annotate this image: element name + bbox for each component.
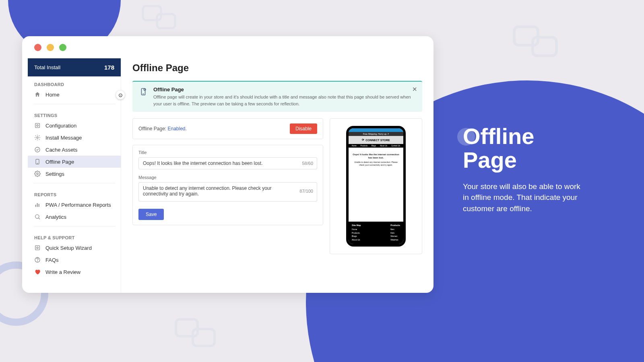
footer-link: Products [352,232,361,234]
nav-faqs[interactable]: FAQs [28,254,121,266]
slide-description: Offline Page Your store will also be abl… [463,125,588,214]
heart-icon [34,269,41,275]
chart-icon [34,202,41,208]
status-text: Offline Page: Enabled. [138,126,187,132]
settings-icon [34,171,41,177]
message-input[interactable] [138,182,317,202]
nav-offline-page[interactable]: Offline Page [28,156,121,168]
svg-rect-5 [193,329,215,346]
install-label: Total Install [34,64,60,70]
phone-offline-title: Oops! It looks like the internet connect… [352,153,400,159]
status-card: Offline Page: Enabled. Disable [132,118,323,139]
minimize-window-icon[interactable] [47,44,54,51]
svg-rect-14 [37,203,38,207]
nav-label: Offline Page [45,159,74,165]
message-label: Message [138,175,317,180]
nav-label: Write a Review [45,269,80,275]
title-char-count: 58/60 [302,161,313,166]
status-value: Enabled [168,126,186,132]
nav-label: PWA / Performance Reports [45,202,111,208]
slide-title: Offline Page [463,125,588,172]
svg-rect-18 [35,246,40,250]
phone-statusbar [349,128,403,132]
svg-rect-4 [176,319,198,336]
brand-icon: ⟳ [362,138,364,142]
question-icon [34,257,41,263]
close-banner-button[interactable]: ✕ [412,86,417,93]
svg-point-16 [35,215,39,218]
nav-install-message[interactable]: Install Message [28,132,121,144]
chain-icon [173,317,217,350]
svg-rect-3 [533,37,556,56]
nav-cache-assets[interactable]: Cache Assets [28,144,121,156]
svg-rect-2 [514,27,538,45]
svg-point-9 [35,147,40,152]
main-content: Offline Page Offline Page Offline page w… [121,58,433,293]
home-icon [34,91,41,98]
chain-icon [141,4,177,32]
nav-home[interactable]: Home [28,88,121,101]
svg-rect-15 [39,204,39,207]
nav-label: Quick Setup Wizard [45,245,92,251]
title-input[interactable] [138,157,317,169]
page-title: Offline Page [132,62,422,74]
phone-preview: Free Shipping, Hurry up..!! ⟳ CONNECT ST… [346,126,406,247]
banner-text: Offline page will create in your store a… [153,94,416,107]
section-settings: SETTINGS [28,107,121,119]
titlebar [22,36,433,58]
wizard-icon [34,245,41,251]
footer-link: Men [390,228,400,230]
disable-button[interactable]: Disable [290,123,317,134]
phone-promo: Free Shipping, Hurry up..!! [349,132,403,136]
install-count-badge: Total Install 178 [28,58,121,76]
brand-text: CONNECT STORE [365,139,390,142]
svg-point-8 [37,137,38,138]
phone-footer: Site Map Home Products Blogs About Us Pr… [349,222,403,244]
nav-pwa-reports[interactable]: PWA / Performance Reports [28,199,121,211]
svg-point-12 [37,173,38,175]
maximize-window-icon[interactable] [59,44,66,51]
phone-nav-item: About Us [380,145,388,147]
footer-link: About Us [352,239,361,241]
svg-rect-0 [143,6,161,20]
svg-point-7 [37,125,38,126]
message-char-count: 87/100 [299,189,313,193]
footer-link: Women [390,235,400,237]
nav-analytics[interactable]: Analytics [28,211,121,223]
app-window: Total Install 178 ⊙ DASHBOARD Home SETTI… [22,36,433,293]
banner-title: Offline Page [153,86,416,93]
collapse-sidebar-button[interactable]: ⊙ [116,90,125,99]
nav-write-review[interactable]: Write a Review [28,266,121,278]
phone-nav-item: Blogs [372,145,376,147]
device-icon [139,87,148,96]
phone-nav-item: Contact Us [391,145,400,147]
chain-icon [511,24,559,60]
info-banner: Offline Page Offline page will create in… [132,81,422,112]
config-icon [34,122,41,129]
footer-link: Watches [390,239,400,241]
section-reports: REPORTS [28,187,121,199]
nav-settings[interactable]: Settings [28,168,121,180]
arrow-left-icon: ⊙ [118,92,123,98]
sidebar: Total Install 178 ⊙ DASHBOARD Home SETTI… [28,58,121,293]
gear-icon [34,134,41,141]
form-card: Title 58/60 Message 87/100 Save [132,145,323,225]
footer-link: Home [352,228,361,230]
section-help: HELP & SUPPORT [28,230,121,242]
nav-label: Home [45,92,60,98]
status-label: Offline Page: [138,126,168,132]
nav-configuration[interactable]: Configuration [28,119,121,132]
slide-body: Your store will also be able to work in … [463,181,588,214]
close-window-icon[interactable] [34,44,41,51]
footer-link: Blogs [352,235,361,237]
svg-point-19 [37,247,38,249]
save-button[interactable]: Save [138,209,164,220]
nav-label: Configuration [45,123,76,129]
nav-label: Cache Assets [45,147,78,153]
analytics-icon [34,214,41,220]
divider [33,104,115,104]
nav-quick-setup[interactable]: Quick Setup Wizard [28,242,121,254]
nav-label: FAQs [45,257,59,263]
nav-label: Analytics [45,214,66,220]
svg-rect-13 [35,205,36,207]
